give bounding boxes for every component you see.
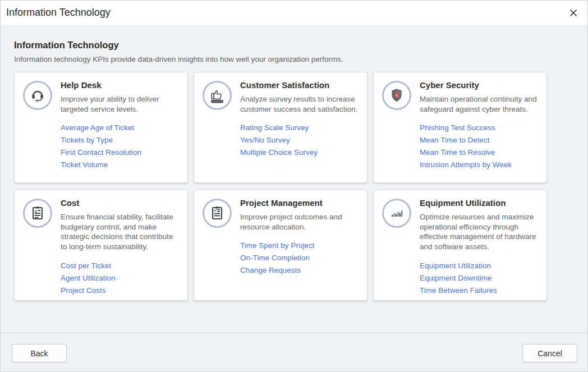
close-button[interactable] bbox=[566, 7, 581, 19]
kpi-link-rating-scale-survey[interactable]: Rating Scale Survey bbox=[240, 122, 360, 134]
card-description: Improve project outcomes and resource al… bbox=[240, 212, 360, 232]
back-button[interactable]: Back bbox=[12, 344, 67, 362]
kpi-link-project-costs[interactable]: Project Costs bbox=[61, 284, 181, 297]
information-technology-dialog: Information Technology Information Techn… bbox=[0, 0, 588, 372]
section-heading: Information Technology bbox=[14, 40, 587, 50]
card-description: Improve your ability to deliver targeted… bbox=[61, 94, 181, 114]
card-title: Cyber Security bbox=[420, 80, 540, 91]
kpi-link-agent-utilization[interactable]: Agent Utilization bbox=[61, 272, 181, 284]
kpi-link-mean-time-to-detect[interactable]: Mean Time to Detect bbox=[420, 134, 540, 146]
shield-lock-icon bbox=[382, 81, 411, 110]
card-links: Rating Scale Survey Yes/No Survey Multip… bbox=[240, 122, 360, 159]
card-description: Maintain operational continuity and safe… bbox=[420, 94, 540, 114]
kpi-link-tickets-by-type[interactable]: Tickets by Type bbox=[61, 134, 181, 146]
kpi-link-time-spent-by-project[interactable]: Time Spent by Project bbox=[240, 240, 360, 252]
close-icon bbox=[569, 9, 577, 17]
svg-text:★: ★ bbox=[220, 100, 223, 103]
kpi-link-on-time-completion[interactable]: On-Time Completion bbox=[240, 252, 360, 264]
headset-icon bbox=[23, 81, 52, 110]
card-title: Cost bbox=[61, 198, 181, 209]
cancel-button[interactable]: Cancel bbox=[522, 344, 577, 362]
kpi-link-multiple-choice-survey[interactable]: Multiple Choice Survey bbox=[240, 146, 360, 159]
window-title: Information Technology bbox=[6, 1, 111, 25]
kpi-link-ticket-volume[interactable]: Ticket Volume bbox=[61, 159, 181, 171]
card-help-desk: Help Desk Improve your ability to delive… bbox=[14, 72, 188, 183]
card-title: Project Management bbox=[240, 198, 360, 209]
card-title: Help Desk bbox=[61, 80, 181, 91]
kpi-link-intrusion-attempts-by-week[interactable]: Intrusion Attempts by Week bbox=[420, 159, 540, 171]
dialog-body: Information Technology Information techn… bbox=[1, 25, 587, 334]
kpi-link-phishing-test-success[interactable]: Phishing Test Success bbox=[420, 122, 540, 134]
card-cost: $ Cost Ensure financial stability, facil… bbox=[14, 190, 188, 301]
card-title: Customer Satisfaction bbox=[240, 80, 360, 91]
svg-text:★★★★: ★★★★ bbox=[212, 100, 220, 103]
section-description: Information technology KPIs provide data… bbox=[14, 55, 587, 63]
card-links: Cost per Ticket Agent Utilization Projec… bbox=[61, 260, 181, 297]
kpi-link-mean-time-to-resolve[interactable]: Mean Time to Resolve bbox=[420, 146, 540, 159]
kpi-link-first-contact-resolution[interactable]: First Contact Resolution bbox=[61, 146, 181, 159]
card-project-management: Project Management Improve project outco… bbox=[194, 190, 368, 301]
checklist-icon bbox=[203, 199, 232, 228]
kpi-link-time-between-failures[interactable]: Time Between Failures bbox=[420, 284, 540, 297]
kpi-link-change-requests[interactable]: Change Requests bbox=[240, 264, 360, 277]
thumbs-up-rating-icon: ★★★★ ★ bbox=[203, 81, 232, 110]
bar-chart-icon bbox=[382, 199, 411, 228]
card-description: Analyze survey results to increase custo… bbox=[240, 94, 360, 114]
card-cyber-security: Cyber Security Maintain operational cont… bbox=[373, 72, 547, 183]
card-links: Phishing Test Success Mean Time to Detec… bbox=[420, 122, 540, 171]
card-title: Equipment Utilization bbox=[420, 198, 540, 209]
kpi-link-equipment-downtime[interactable]: Equipment Downtime bbox=[420, 272, 540, 284]
titlebar: Information Technology bbox=[1, 1, 587, 25]
card-description: Ensure financial stability, facilitate b… bbox=[61, 212, 181, 252]
card-equipment-utilization: Equipment Utilization Optimize resources… bbox=[373, 190, 547, 301]
kpi-link-equipment-utilization[interactable]: Equipment Utilization bbox=[420, 260, 540, 272]
card-customer-satisfaction: ★★★★ ★ Customer Satisfaction Analyze sur… bbox=[194, 72, 368, 183]
card-description: Optimize resources and maximize operatio… bbox=[420, 212, 540, 252]
dialog-footer: Back Cancel bbox=[1, 333, 587, 371]
kpi-link-yes-no-survey[interactable]: Yes/No Survey bbox=[240, 134, 360, 146]
card-links: Time Spent by Project On-Time Completion… bbox=[240, 240, 360, 277]
kpi-link-average-age-of-ticket[interactable]: Average Age of Ticket bbox=[61, 122, 181, 134]
dollar-clipboard-icon: $ bbox=[23, 199, 52, 228]
card-links: Average Age of Ticket Tickets by Type Fi… bbox=[61, 122, 181, 171]
kpi-link-cost-per-ticket[interactable]: Cost per Ticket bbox=[61, 260, 181, 272]
card-links: Equipment Utilization Equipment Downtime… bbox=[420, 260, 540, 297]
kpi-card-grid: Help Desk Improve your ability to delive… bbox=[14, 72, 547, 301]
